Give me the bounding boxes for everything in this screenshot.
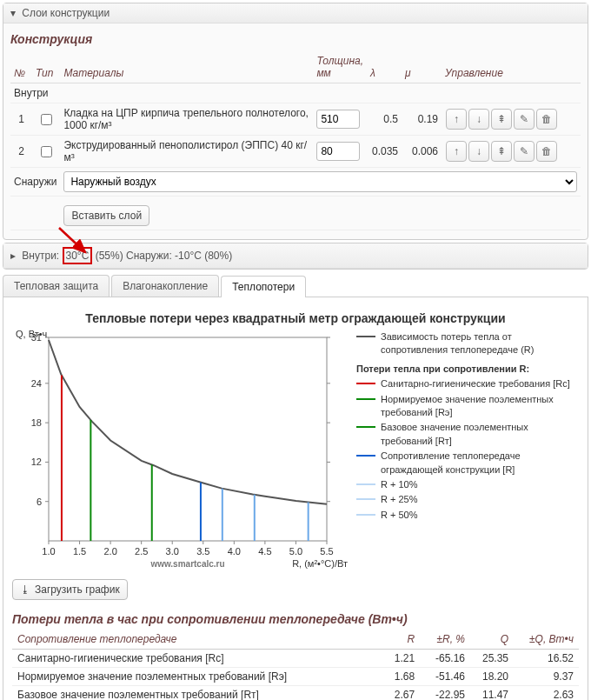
legend-item: R + 25% <box>356 493 579 506</box>
loss-th: ±R, % <box>420 630 470 650</box>
layer-mu: 0.006 <box>402 136 442 168</box>
loss-title: Потери тепла в час при сопротивлении теп… <box>12 612 579 626</box>
legend-label: R + 10% <box>381 478 418 491</box>
th-material: Материалы <box>60 51 313 83</box>
tabs: Тепловая защитаВлагонакоплениеТеплопотер… <box>3 275 588 297</box>
cond-inside-prefix: Внутри: <box>22 250 62 262</box>
construction-title: Конструкция <box>10 32 581 46</box>
move-down-button[interactable]: ↓ <box>468 141 489 162</box>
panel-layers: ▾ Слои конструкции Конструкция № Тип Мат… <box>3 3 588 240</box>
legend-label: Сопротивление теплопередаче ограждающей … <box>381 450 579 477</box>
loss-th: Q <box>470 630 514 650</box>
legend-item: Нормируемое значение поэлементных требов… <box>356 393 579 420</box>
th-mu: μ <box>402 51 442 83</box>
svg-text:12: 12 <box>31 457 42 467</box>
loss-cell: -65.16 <box>420 650 470 668</box>
legend-item: R + 50% <box>356 509 579 522</box>
download-chart-label: Загрузить график <box>35 583 120 596</box>
download-chart-button[interactable]: ⭳ Загрузить график <box>12 579 128 600</box>
delete-button[interactable]: 🗑 <box>536 109 557 130</box>
tab-2[interactable]: Теплопотери <box>221 276 306 297</box>
move-up-button[interactable]: ↑ <box>446 141 467 162</box>
loss-cell: 25.35 <box>470 650 514 668</box>
layer-type-checkbox[interactable] <box>41 146 52 157</box>
move-up-button[interactable]: ↑ <box>446 109 467 130</box>
loss-cell: 2.67 <box>383 686 420 701</box>
th-ctrl: Управление <box>442 51 581 83</box>
insert-above-button[interactable]: ⇞ <box>491 141 512 162</box>
layer-material: Кладка на ЦПР кирпича трепельного полнот… <box>60 103 313 136</box>
legend-item: Базовое значение поэлементных требований… <box>356 421 579 448</box>
loss-cell: 16.52 <box>514 650 579 668</box>
loss-table: Сопротивление теплопередачеR±R, %Q±Q, Вт… <box>12 630 579 700</box>
download-icon: ⭳ <box>20 583 30 596</box>
svg-text:Q, Вт•ч: Q, Вт•ч <box>16 329 47 339</box>
loss-row: Санитарно-гигиенические требования [Rс]1… <box>12 650 579 668</box>
loss-cell: Санитарно-гигиенические требования [Rс] <box>12 650 383 668</box>
chart-legend: Зависимость потерь тепла от сопротивлени… <box>356 329 579 572</box>
panel-layers-header[interactable]: ▾ Слои конструкции <box>3 3 588 23</box>
row-outside: Снаружи Наружный воздух <box>10 168 581 197</box>
loss-th: Сопротивление теплопередаче <box>12 630 383 650</box>
svg-text:5.5: 5.5 <box>320 546 333 557</box>
panel-conditions: ▸ Внутри: 30°C (55%) Снаружи: -10°C (80%… <box>3 243 588 270</box>
svg-text:R, (м²•°C)/Вт: R, (м²•°C)/Вт <box>292 558 348 569</box>
legend-header: Потери тепла при сопротивлении R: <box>356 363 579 376</box>
legend-item: Санитарно-гигиенические требования [Rс] <box>356 377 579 390</box>
tab-1[interactable]: Влагонакопление <box>111 275 219 297</box>
loss-cell: 2.63 <box>514 686 579 701</box>
insert-above-button[interactable]: ⇞ <box>491 109 512 130</box>
legend-label: Санитарно-гигиенические требования [Rс] <box>381 377 570 390</box>
legend-swatch-icon <box>356 398 375 400</box>
loss-cell: -22.95 <box>420 686 470 701</box>
layer-lambda: 0.5 <box>367 103 402 136</box>
svg-text:2.5: 2.5 <box>135 546 148 557</box>
edit-button[interactable]: ✎ <box>514 141 535 162</box>
layers-table: № Тип Материалы Толщина, мм λ μ Управлен… <box>10 51 581 230</box>
legend-item: Сопротивление теплопередаче ограждающей … <box>356 450 579 477</box>
legend-label: R + 50% <box>381 509 418 522</box>
legend-swatch-icon <box>356 455 375 457</box>
layer-thickness-input[interactable] <box>316 142 360 161</box>
loss-row: Базовое значение поэлементных требований… <box>12 686 579 701</box>
svg-text:2.0: 2.0 <box>103 546 116 557</box>
th-num: № <box>10 51 32 83</box>
delete-button[interactable]: 🗑 <box>536 141 557 162</box>
panel-conditions-header[interactable]: ▸ Внутри: 30°C (55%) Снаружи: -10°C (80%… <box>3 243 588 269</box>
outside-select[interactable]: Наружный воздух <box>63 171 577 192</box>
layer-thickness-input[interactable] <box>316 110 360 129</box>
svg-text:24: 24 <box>31 378 42 389</box>
layer-material: Экструдированный пенополистирол (ЭППС) 4… <box>60 136 313 168</box>
legend-swatch-icon <box>356 383 375 384</box>
loss-cell: 1.68 <box>383 668 420 686</box>
th-mm: Толщина, мм <box>313 51 367 83</box>
loss-cell: 11.47 <box>470 686 514 701</box>
inside-label: Внутри <box>10 83 60 103</box>
loss-cell: 1.21 <box>383 650 420 668</box>
legend-label: R + 25% <box>381 493 418 506</box>
loss-cell: Базовое значение поэлементных требований… <box>12 686 383 701</box>
outside-label: Снаружи <box>10 168 60 197</box>
move-down-button[interactable]: ↓ <box>468 109 489 130</box>
insert-layer-button[interactable]: Вставить слой <box>63 205 149 226</box>
layer-type-checkbox[interactable] <box>41 114 52 125</box>
svg-text:18: 18 <box>31 417 42 428</box>
heatloss-chart: 6121824311.01.52.02.53.03.54.04.55.05.5Q… <box>12 329 351 572</box>
svg-text:4.5: 4.5 <box>258 546 271 557</box>
legend-swatch-icon <box>356 498 375 500</box>
legend-swatch-icon <box>356 426 375 428</box>
edit-button[interactable]: ✎ <box>514 109 535 130</box>
cond-inside-suffix: (55%) Снаружи: -10°C (80%) <box>92 250 232 262</box>
cond-inside-temp: 30°C <box>63 247 93 264</box>
legend-swatch-icon <box>356 483 375 485</box>
tab-0[interactable]: Тепловая защита <box>3 275 110 297</box>
svg-text:1.0: 1.0 <box>42 546 55 557</box>
th-lambda: λ <box>367 51 402 83</box>
layer-row: 1Кладка на ЦПР кирпича трепельного полно… <box>10 103 581 136</box>
layer-mu: 0.19 <box>402 103 442 136</box>
loss-cell: 9.37 <box>514 668 579 686</box>
svg-text:3.0: 3.0 <box>166 546 179 557</box>
layer-num: 1 <box>10 103 32 136</box>
layer-num: 2 <box>10 136 32 168</box>
layer-row: 2Экструдированный пенополистирол (ЭППС) … <box>10 136 581 168</box>
